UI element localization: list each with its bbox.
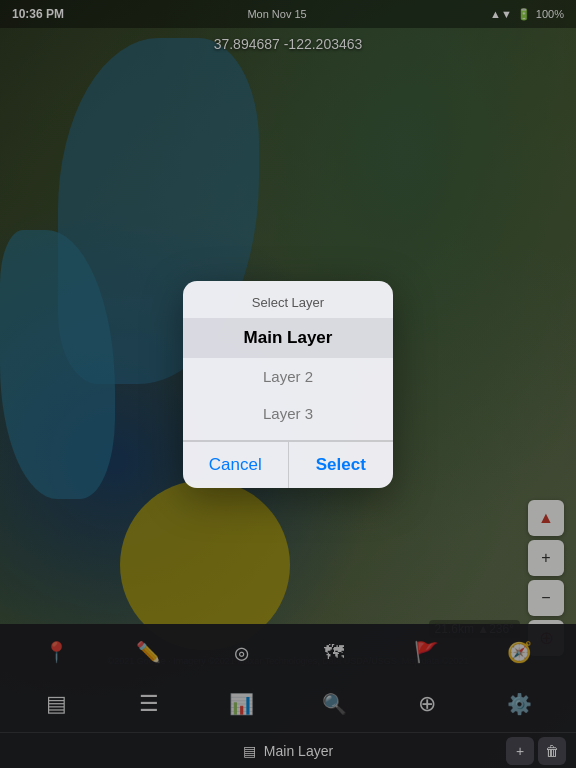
dialog-buttons: Cancel Select [183,441,393,488]
modal-overlay: Select Layer Main Layer Layer 2 Layer 3 … [0,0,576,768]
layer-option-main[interactable]: Main Layer [183,318,393,358]
dialog-title: Select Layer [183,281,393,318]
dialog-options: Main Layer Layer 2 Layer 3 [183,318,393,432]
cancel-button[interactable]: Cancel [183,442,289,488]
select-layer-dialog: Select Layer Main Layer Layer 2 Layer 3 … [183,281,393,488]
select-button[interactable]: Select [289,442,394,488]
layer-option-2[interactable]: Layer 2 [183,358,393,395]
layer-option-3[interactable]: Layer 3 [183,395,393,432]
